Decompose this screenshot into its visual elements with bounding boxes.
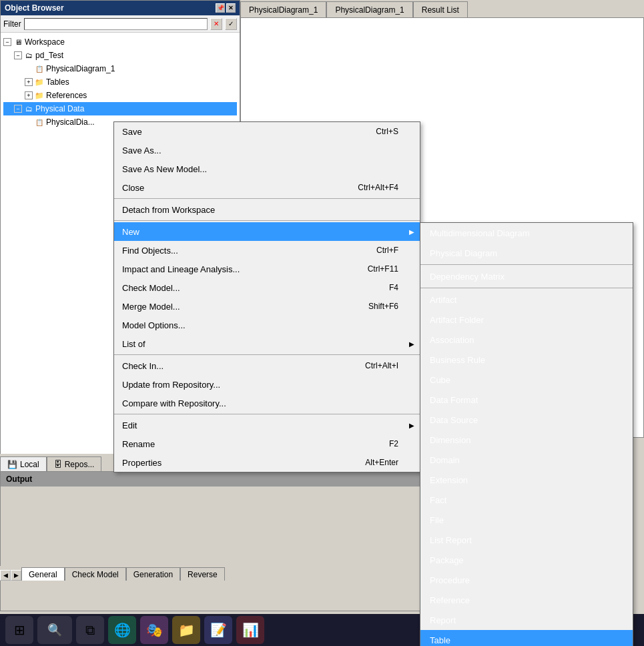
submenu-reference[interactable]: Reference <box>420 590 633 610</box>
filter-search-button[interactable]: ✓ <box>225 18 237 30</box>
pdtest-icon: 🗂 <box>23 50 34 61</box>
physicaldata-icon: 🗂 <box>23 103 34 114</box>
submenu-table-label: Table <box>430 635 450 645</box>
close-button[interactable]: ✕ <box>226 3 236 13</box>
menu-edit-label: Edit <box>122 420 137 430</box>
gen-tabs: ◀ ▶ General Check Model Generation Rever… <box>0 566 424 581</box>
submenu-artifactfolder[interactable]: Artifact Folder <box>420 310 633 330</box>
menu-mergemodel-shortcut: Shift+F6 <box>368 302 412 311</box>
expand-pdtest[interactable]: − <box>14 51 22 59</box>
submenu-procedure[interactable]: Procedure <box>420 570 633 590</box>
general-tab[interactable]: General <box>21 567 65 581</box>
scroll-right-arrow[interactable]: ▶ <box>11 570 21 581</box>
texteditor-button[interactable]: 📝 <box>204 616 232 644</box>
menu-findobjects[interactable]: Find Objects... Ctrl+F <box>114 241 420 260</box>
menu-detach[interactable]: Detach from Workspace <box>114 200 420 219</box>
menu-save[interactable]: Save Ctrl+S <box>114 122 420 141</box>
menu-edit[interactable]: Edit <box>114 416 420 434</box>
menu-comparewithrepo[interactable]: Compare with Repository... <box>114 394 420 412</box>
start-button[interactable]: ⊞ <box>5 616 33 644</box>
menu-impact-label: Impact and Lineage Analysis... <box>122 264 240 274</box>
taskview-button[interactable]: ⧉ <box>76 616 104 644</box>
generation-tab[interactable]: Generation <box>126 567 180 581</box>
submenu-extension[interactable]: Extension <box>420 470 633 490</box>
menu-checkmodel[interactable]: Check Model... F4 <box>114 278 420 297</box>
physdiag1-tab2-label: PhysicalDiagram_1 <box>335 5 404 15</box>
menu-saveasnewmodel[interactable]: Save As New Model... <box>114 159 420 178</box>
physdiag1-tab2[interactable]: PhysicalDiagram_1 <box>326 1 412 17</box>
chart-button[interactable]: 📊 <box>236 616 264 644</box>
menu-impact[interactable]: Impact and Lineage Analysis... Ctrl+F11 <box>114 260 420 278</box>
menu-properties[interactable]: Properties Alt+Enter <box>114 453 420 472</box>
physdiag1-tab-label: PhysicalDiagram_1 <box>249 5 318 15</box>
submenu-multidim[interactable]: Multidimensional Diagram <box>420 223 633 243</box>
tree-item-workspace[interactable]: − 🖥 Workspace <box>3 35 237 49</box>
physdiag1-tab[interactable]: PhysicalDiagram_1 <box>240 1 326 17</box>
menu-listof[interactable]: List of <box>114 334 420 353</box>
submenu-dimension[interactable]: Dimension <box>420 430 633 450</box>
search-button[interactable]: 🔍 <box>37 616 72 644</box>
tables-label: Tables <box>46 77 69 87</box>
pin-button[interactable]: 📌 <box>216 3 225 13</box>
menu-close[interactable]: Close Ctrl+Alt+F4 <box>114 178 420 197</box>
menu-rename-label: Rename <box>122 439 155 449</box>
menu-modeloptions[interactable]: Model Options... <box>114 316 420 334</box>
menu-mergemodel[interactable]: Merge Model... Shift+F6 <box>114 297 420 316</box>
submenu-association[interactable]: Association <box>420 330 633 350</box>
submenu-businessrule-label: Business Rule <box>430 355 485 365</box>
submenu-businessrule[interactable]: Business Rule <box>420 350 633 370</box>
local-tab[interactable]: 💾 Local <box>0 456 47 471</box>
filter-label: Filter <box>3 19 21 29</box>
pdmanager-button[interactable]: 🎭 <box>140 616 168 644</box>
submenu-listreport[interactable]: List Report <box>420 530 633 550</box>
menu-checkin[interactable]: Check In... Ctrl+Alt+I <box>114 356 420 375</box>
submenu-physdiag[interactable]: Physical Diagram <box>420 243 633 263</box>
search-icon: 🔍 <box>47 623 62 637</box>
submenu-report[interactable]: Report <box>420 610 633 630</box>
expand-references[interactable]: + <box>25 91 33 99</box>
general-tab-label: General <box>29 570 57 579</box>
pdmanager-icon: 🎭 <box>146 622 163 638</box>
tree-item-physicaldata[interactable]: − 🗂 Physical Data <box>3 102 237 115</box>
checkmodel-tab[interactable]: Check Model <box>65 567 126 581</box>
filter-clear-button[interactable]: ✕ <box>210 18 222 30</box>
resultlist-tab[interactable]: Result List <box>413 1 468 17</box>
submenu-dataformat[interactable]: Data Format <box>420 390 633 410</box>
menu-sep4 <box>114 414 420 414</box>
repo-tab[interactable]: 🗄 Repos... <box>47 456 102 471</box>
submenu-sep2 <box>420 288 633 288</box>
menu-rename[interactable]: Rename F2 <box>114 434 420 453</box>
tree-view: − 🖥 Workspace − 🗂 pd_Test 📋 PhysicalDiag… <box>1 33 240 131</box>
menu-rename-shortcut: F2 <box>389 439 412 448</box>
submenu-fact[interactable]: Fact <box>420 490 633 510</box>
submenu-cube[interactable]: Cube <box>420 370 633 390</box>
menu-updatefromrepo[interactable]: Update from Repository... <box>114 375 420 394</box>
physicaldata-label: Physical Data <box>35 104 84 113</box>
folder-button[interactable]: 📁 <box>172 616 200 644</box>
object-browser-title: Object Browser <box>5 3 64 13</box>
submenu-depmatrix[interactable]: Dependency Matrix <box>420 266 633 286</box>
scroll-left-arrow[interactable]: ◀ <box>0 570 11 581</box>
filter-input[interactable] <box>24 18 208 30</box>
expand-tables[interactable]: + <box>25 78 33 86</box>
submenu-procedure-label: Procedure <box>430 575 470 585</box>
tree-item-physdiag1[interactable]: 📋 PhysicalDiagram_1 <box>3 62 237 75</box>
reverse-tab[interactable]: Reverse <box>180 567 225 581</box>
menu-saveas[interactable]: Save As... <box>114 141 420 159</box>
chrome-button[interactable]: 🌐 <box>108 616 136 644</box>
submenu-report-label: Report <box>430 615 456 625</box>
submenu-artifact[interactable]: Artifact <box>420 290 633 310</box>
tree-item-pdtest[interactable]: − 🗂 pd_Test <box>3 49 237 62</box>
submenu-domain[interactable]: Domain <box>420 450 633 470</box>
repo-tab-icon: 🗄 <box>54 460 62 469</box>
expand-workspace[interactable]: − <box>3 38 11 46</box>
submenu-table[interactable]: Table <box>420 630 633 646</box>
tree-item-tables[interactable]: + 📁 Tables <box>3 75 237 89</box>
submenu-file[interactable]: File <box>420 510 633 530</box>
submenu-datasource[interactable]: Data Source <box>420 410 633 430</box>
menu-new[interactable]: New Multidimensional Diagram Physical Di… <box>114 222 420 241</box>
tree-item-references[interactable]: + 📁 References <box>3 89 237 102</box>
submenu-package[interactable]: Package <box>420 550 633 570</box>
submenu-depmatrix-label: Dependency Matrix <box>430 272 505 282</box>
expand-physicaldata[interactable]: − <box>14 105 22 113</box>
